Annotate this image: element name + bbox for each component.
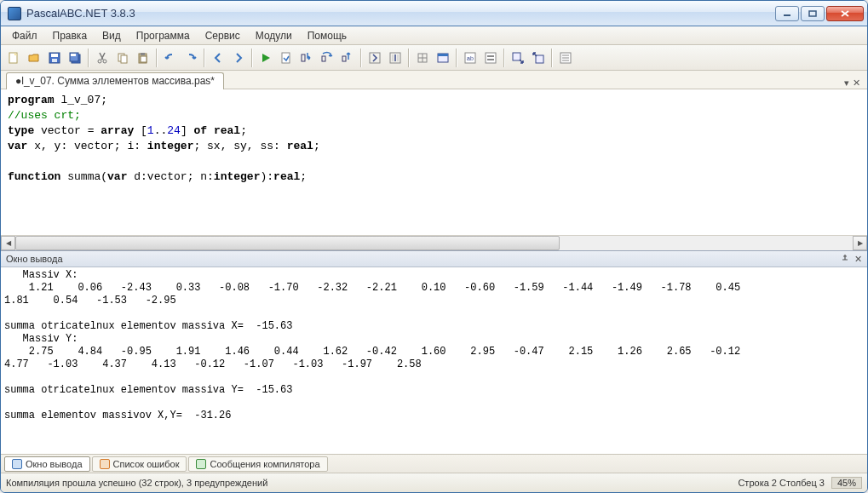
menu-help[interactable]: Помощь xyxy=(300,28,354,43)
editor-tab[interactable]: ●l_v_07. Сумма эллементов массива.pas* xyxy=(6,72,224,89)
maximize-button[interactable] xyxy=(801,6,825,21)
code-editor[interactable]: program l_v_07; //uses crt; type vector … xyxy=(1,89,867,250)
redo-icon[interactable] xyxy=(181,49,200,67)
svg-rect-1 xyxy=(809,11,816,16)
svg-rect-18 xyxy=(322,56,325,61)
code-content[interactable]: program l_v_07; //uses crt; type vector … xyxy=(1,89,867,235)
titlebar[interactable]: PascalABC.NET 3.8.3 xyxy=(1,1,867,26)
output-tab-icon xyxy=(12,459,22,469)
svg-rect-31 xyxy=(536,55,543,63)
run-icon[interactable] xyxy=(256,49,275,67)
statusbar: Компиляция прошла успешно (32 строк), 3 … xyxy=(1,473,867,492)
tabstrip-dropdown-icon[interactable]: ▾ xyxy=(844,77,849,89)
module-design-icon[interactable] xyxy=(481,49,500,67)
inspect-up-icon[interactable] xyxy=(529,49,548,67)
svg-rect-20 xyxy=(370,53,380,63)
scroll-right-icon[interactable]: ▶ xyxy=(853,236,867,250)
grid-icon[interactable] xyxy=(413,49,432,67)
options-icon[interactable] xyxy=(556,49,575,67)
bracket-cursor-icon[interactable] xyxy=(386,49,405,67)
output-panel-title: Окно вывода xyxy=(6,254,63,264)
menu-modules[interactable]: Модули xyxy=(248,28,300,43)
save-icon[interactable] xyxy=(45,49,64,67)
run-stop-icon[interactable] xyxy=(277,49,296,67)
svg-rect-28 xyxy=(487,55,494,57)
step-over-icon[interactable] xyxy=(318,49,336,67)
svg-rect-17 xyxy=(302,54,305,61)
menu-file[interactable]: Файл xyxy=(4,28,45,43)
inspect-down-icon[interactable] xyxy=(509,49,527,67)
tabstrip-close-icon[interactable]: ✕ xyxy=(853,77,860,89)
form-icon[interactable] xyxy=(434,49,452,67)
editor-horizontal-scrollbar[interactable]: ◀ ▶ xyxy=(1,235,867,249)
scroll-left-icon[interactable]: ◀ xyxy=(1,236,15,250)
toolbar-separator xyxy=(204,49,205,67)
app-window: PascalABC.NET 3.8.3 Файл Правка Вид Прог… xyxy=(0,0,868,493)
toolbar: ab xyxy=(1,45,867,71)
scroll-thumb[interactable] xyxy=(15,236,560,250)
messages-tab-icon xyxy=(196,459,206,469)
copy-icon[interactable] xyxy=(113,49,132,67)
svg-text:ab: ab xyxy=(467,55,474,61)
output-panel[interactable]: Massiv X: 1.21 0.06 -2.43 0.33 -0.08 -1.… xyxy=(1,267,867,455)
svg-point-9 xyxy=(98,60,101,63)
bottom-tabstrip: Окно вывода Список ошибок Сообщения комп… xyxy=(1,455,867,473)
toolbar-separator xyxy=(456,49,457,67)
svg-rect-14 xyxy=(141,53,145,55)
paste-icon[interactable] xyxy=(134,49,152,67)
status-percent: 45% xyxy=(831,477,862,489)
save-all-icon[interactable] xyxy=(66,49,84,67)
toolbar-separator xyxy=(88,49,89,67)
svg-rect-12 xyxy=(121,55,127,63)
new-file-icon[interactable] xyxy=(4,49,23,67)
cut-icon[interactable] xyxy=(93,49,112,67)
svg-rect-0 xyxy=(784,14,790,16)
svg-rect-29 xyxy=(487,59,494,60)
module-code-icon[interactable]: ab xyxy=(461,49,480,67)
close-button[interactable] xyxy=(826,6,864,21)
toolbar-separator xyxy=(503,49,505,67)
window-title: PascalABC.NET 3.8.3 xyxy=(26,7,775,20)
toolbar-separator xyxy=(156,49,158,67)
menu-view[interactable]: Вид xyxy=(95,28,129,43)
menu-edit[interactable]: Правка xyxy=(45,28,95,43)
editor-tabstrip: ●l_v_07. Сумма эллементов массива.pas* ▾… xyxy=(1,71,867,89)
undo-icon[interactable] xyxy=(161,49,180,67)
svg-rect-15 xyxy=(141,56,147,62)
toolbar-separator xyxy=(551,49,553,67)
step-into-icon[interactable] xyxy=(297,49,316,67)
svg-rect-27 xyxy=(486,53,496,63)
minimize-button[interactable] xyxy=(775,6,799,21)
svg-rect-30 xyxy=(513,53,520,60)
status-caret: Строка 2 Столбец 3 xyxy=(738,478,825,488)
svg-point-10 xyxy=(103,60,106,63)
menu-service[interactable]: Сервис xyxy=(198,28,248,43)
menu-program[interactable]: Программа xyxy=(129,28,198,43)
toolbar-separator xyxy=(251,49,253,67)
app-icon xyxy=(8,7,21,20)
toolbar-separator xyxy=(408,49,410,67)
output-panel-header[interactable]: Окно вывода ✕ xyxy=(1,250,867,267)
svg-rect-8 xyxy=(71,54,76,56)
pin-icon[interactable] xyxy=(841,254,849,265)
status-compile: Компиляция прошла успешно (32 строк), 3 … xyxy=(6,478,267,488)
nav-back-icon[interactable] xyxy=(209,49,227,67)
errors-tab-icon xyxy=(100,459,110,469)
panel-close-icon[interactable]: ✕ xyxy=(854,254,862,265)
svg-rect-24 xyxy=(438,54,448,56)
open-file-icon[interactable] xyxy=(25,49,43,67)
svg-rect-19 xyxy=(342,56,346,61)
bottom-tab-errors[interactable]: Список ошибок xyxy=(92,456,187,472)
bottom-tab-output[interactable]: Окно вывода xyxy=(4,456,90,472)
svg-rect-5 xyxy=(52,59,57,62)
scroll-track[interactable] xyxy=(15,236,853,250)
step-out-icon[interactable] xyxy=(338,49,357,67)
menubar: Файл Правка Вид Программа Сервис Модули … xyxy=(1,26,867,45)
svg-rect-4 xyxy=(51,54,58,57)
nav-forward-icon[interactable] xyxy=(229,49,248,67)
toolbar-separator xyxy=(360,49,362,67)
bracket-right-icon[interactable] xyxy=(365,49,384,67)
bottom-tab-messages[interactable]: Сообщения компилятора xyxy=(188,456,327,472)
